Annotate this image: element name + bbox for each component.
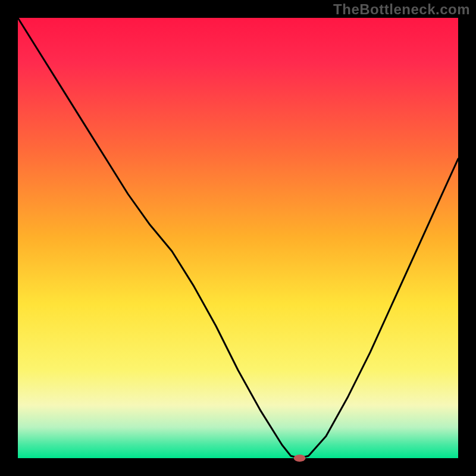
plot-background	[18, 18, 458, 458]
chart-container: TheBottleneck.com	[0, 0, 476, 476]
watermark-text: TheBottleneck.com	[333, 1, 470, 18]
optimal-marker	[294, 455, 306, 462]
bottleneck-chart	[0, 0, 476, 476]
